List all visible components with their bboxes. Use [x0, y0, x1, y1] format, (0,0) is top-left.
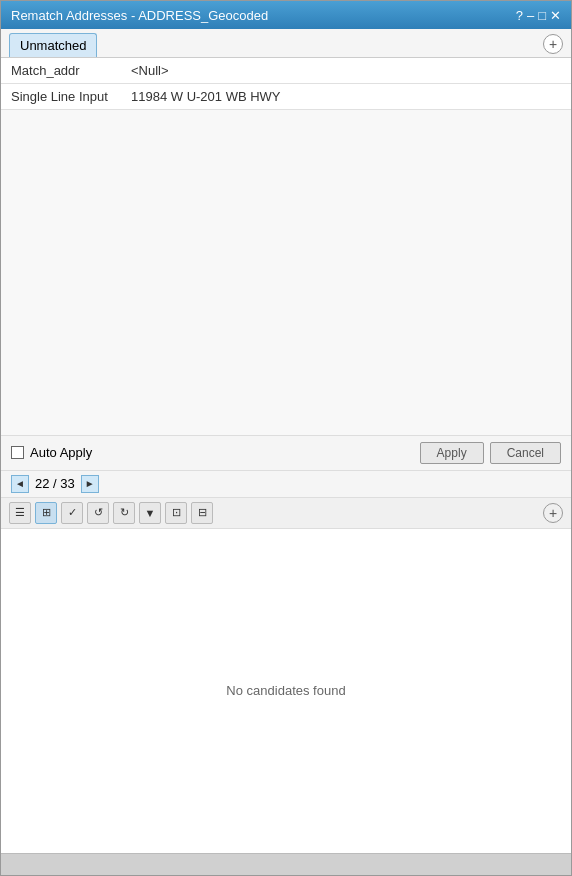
cancel-button[interactable]: Cancel [490, 442, 561, 464]
export-icon: ⊡ [172, 506, 181, 519]
auto-apply-checkbox[interactable] [11, 446, 24, 459]
window-controls: ? – □ ✕ [516, 8, 561, 23]
close-button[interactable]: ✕ [550, 8, 561, 23]
unmatched-tab[interactable]: Unmatched [9, 33, 97, 57]
match-addr-label: Match_addr [11, 63, 131, 78]
auto-apply-left: Auto Apply [11, 445, 92, 460]
restore-button[interactable]: □ [538, 8, 546, 23]
field-row-match-addr: Match_addr <Null> [1, 58, 571, 84]
nav-current: 22 [35, 476, 49, 491]
minimize-button[interactable]: – [527, 8, 534, 23]
undo-button[interactable]: ↺ [87, 502, 109, 524]
nav-separator: / [49, 476, 60, 491]
tab-label: Unmatched [20, 38, 86, 53]
action-buttons: Apply Cancel [420, 442, 561, 464]
auto-apply-bar: Auto Apply Apply Cancel [1, 435, 571, 471]
bottom-bar [1, 853, 571, 875]
apply-button[interactable]: Apply [420, 442, 484, 464]
check-icon: ✓ [68, 506, 77, 519]
redo-button[interactable]: ↻ [113, 502, 135, 524]
menu-icon-button[interactable]: ☰ [9, 502, 31, 524]
next-button[interactable]: ► [81, 475, 99, 493]
match-addr-value: <Null> [131, 63, 169, 78]
plus-icon: + [549, 505, 557, 521]
table-icon: ⊟ [198, 506, 207, 519]
single-line-value: 11984 W U-201 WB HWY [131, 89, 281, 104]
nav-total: 33 [60, 476, 74, 491]
empty-area [1, 110, 571, 435]
nav-count: 22 / 33 [35, 476, 75, 491]
chevron-down-icon: ▼ [145, 507, 156, 519]
help-button[interactable]: ? [516, 8, 523, 23]
grid-icon: ⊞ [42, 506, 51, 519]
dropdown-button[interactable]: ▼ [139, 502, 161, 524]
single-line-label: Single Line Input [11, 89, 131, 104]
toolbar-left: ☰ ⊞ ✓ ↺ ↻ ▼ ⊡ ⊟ [9, 502, 213, 524]
toolbar-add-button[interactable]: + [543, 503, 563, 523]
redo-icon: ↻ [120, 506, 129, 519]
no-candidates-message: No candidates found [226, 683, 345, 698]
table-button[interactable]: ⊟ [191, 502, 213, 524]
check-button[interactable]: ✓ [61, 502, 83, 524]
add-tab-button[interactable]: + [543, 34, 563, 54]
fields-area: Match_addr <Null> Single Line Input 1198… [1, 58, 571, 110]
tab-bar: Unmatched + [1, 29, 571, 58]
navigation-bar: ◄ 22 / 33 ► [1, 471, 571, 498]
auto-apply-label: Auto Apply [30, 445, 92, 460]
prev-button[interactable]: ◄ [11, 475, 29, 493]
grid-view-button[interactable]: ⊞ [35, 502, 57, 524]
export-button[interactable]: ⊡ [165, 502, 187, 524]
undo-icon: ↺ [94, 506, 103, 519]
hamburger-icon: ☰ [15, 506, 25, 519]
candidates-area: No candidates found [1, 529, 571, 854]
window-title: Rematch Addresses - ADDRESS_Geocoded [11, 8, 268, 23]
title-bar: Rematch Addresses - ADDRESS_Geocoded ? –… [1, 1, 571, 29]
main-window: Rematch Addresses - ADDRESS_Geocoded ? –… [0, 0, 572, 876]
add-tab-icon: + [549, 36, 557, 52]
field-row-single-line: Single Line Input 11984 W U-201 WB HWY [1, 84, 571, 110]
toolbar: ☰ ⊞ ✓ ↺ ↻ ▼ ⊡ ⊟ + [1, 498, 571, 529]
